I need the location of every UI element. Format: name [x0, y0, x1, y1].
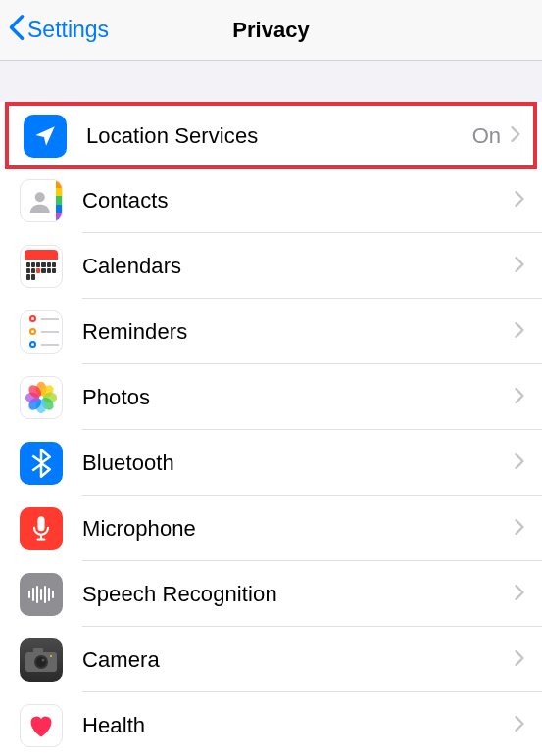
svg-rect-9	[38, 516, 45, 531]
row-calendars[interactable]: Calendars	[0, 233, 542, 299]
chevron-right-icon	[515, 650, 524, 670]
chevron-right-icon	[515, 585, 524, 604]
settings-list: Location Services On Contacts Calendars	[0, 102, 542, 756]
row-label: Speech Recognition	[82, 582, 515, 607]
section-spacer	[0, 61, 542, 104]
chevron-right-icon	[515, 453, 524, 473]
back-button[interactable]: Settings	[0, 14, 109, 47]
row-location-services[interactable]: Location Services On	[5, 102, 537, 169]
row-label: Calendars	[82, 254, 515, 279]
microphone-icon	[20, 507, 63, 550]
bluetooth-icon	[20, 442, 63, 485]
row-reminders[interactable]: Reminders	[0, 299, 542, 364]
svg-point-20	[36, 657, 46, 667]
chevron-right-icon	[515, 257, 524, 276]
chevron-right-icon	[515, 322, 524, 342]
speech-recognition-icon	[20, 573, 63, 616]
chevron-right-icon	[515, 519, 524, 539]
chevron-right-icon	[515, 716, 524, 735]
row-label: Photos	[82, 385, 515, 410]
row-camera[interactable]: Camera	[0, 627, 542, 692]
row-label: Location Services	[86, 123, 472, 149]
row-health[interactable]: Health	[0, 692, 542, 756]
chevron-right-icon	[515, 388, 524, 407]
back-label: Settings	[27, 17, 109, 43]
chevron-right-icon	[515, 191, 524, 211]
row-label: Reminders	[82, 319, 515, 345]
row-value: On	[472, 123, 501, 149]
svg-point-22	[50, 655, 52, 657]
row-label: Microphone	[82, 516, 515, 542]
row-photos[interactable]: Photos	[0, 364, 542, 430]
row-bluetooth[interactable]: Bluetooth	[0, 430, 542, 496]
svg-rect-18	[33, 648, 43, 653]
reminders-icon	[20, 310, 63, 354]
page-title: Privacy	[232, 18, 309, 43]
row-microphone[interactable]: Microphone	[0, 496, 542, 561]
photos-icon	[20, 376, 63, 419]
location-icon	[24, 115, 67, 158]
chevron-left-icon	[8, 14, 25, 47]
chevron-right-icon	[511, 126, 520, 146]
camera-icon	[20, 638, 63, 682]
row-label: Camera	[82, 647, 515, 673]
row-label: Bluetooth	[82, 450, 515, 476]
row-label: Contacts	[82, 188, 515, 213]
row-label: Health	[82, 713, 515, 738]
row-contacts[interactable]: Contacts	[0, 167, 542, 233]
contacts-icon	[20, 179, 63, 222]
row-speech-recognition[interactable]: Speech Recognition	[0, 561, 542, 627]
health-icon	[20, 704, 63, 747]
svg-point-21	[42, 658, 45, 661]
calendars-icon	[20, 245, 63, 288]
svg-point-0	[35, 192, 45, 202]
nav-header: Settings Privacy	[0, 0, 542, 61]
